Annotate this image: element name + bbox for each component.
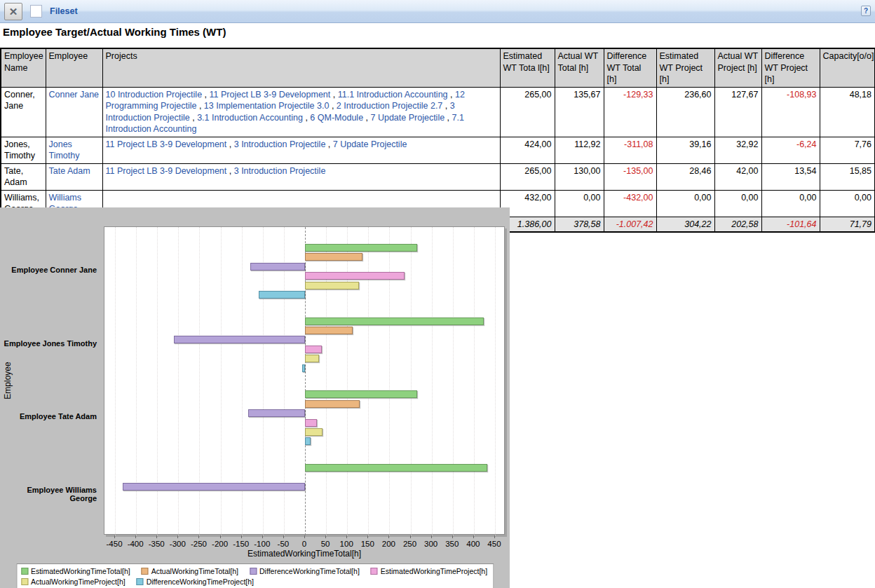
legend-swatch <box>137 578 144 585</box>
project-separator: , <box>445 113 452 123</box>
titlebar-title: Fileset <box>50 6 78 16</box>
x-tick-label: 450 <box>477 540 512 548</box>
chart-panel: Employee EstimatedWorkingTimeTotal[h] Es… <box>0 207 510 588</box>
value-cell: -129,33 <box>604 87 656 137</box>
legend-row: ActualWorkingTimeProject[h]DifferenceWor… <box>21 576 489 587</box>
project-link[interactable]: 13 Implementation Projectile 3.0 <box>204 101 330 111</box>
project-link[interactable]: 7 Update Projectile <box>333 139 407 149</box>
project-link[interactable]: 3.1 Introduction Accounting <box>197 113 303 123</box>
column-header: Actual WT Project [h] <box>714 48 761 87</box>
grid-line <box>411 227 412 535</box>
chart-bar <box>302 364 305 372</box>
column-header: Difference WT Total [h] <box>604 48 656 87</box>
employee-link[interactable]: Jones Timothy <box>49 139 80 161</box>
employee-name-cell: Conner, Jane <box>1 87 46 137</box>
project-separator: , <box>329 101 336 111</box>
project-link[interactable]: 11 Project LB 3-9 Development <box>106 166 227 176</box>
value-cell: 0,00 <box>656 190 714 217</box>
total-value-cell: -101,64 <box>761 217 820 232</box>
chart-bar <box>305 317 484 325</box>
legend-label: DifferenceWorkingTimeTotal[h] <box>259 567 360 575</box>
project-separator: , <box>363 113 370 123</box>
chart-bar <box>174 336 305 343</box>
legend-swatch <box>142 568 149 575</box>
legend-label: EstimatedWorkingTimeProject[h] <box>381 567 487 575</box>
value-cell: 265,00 <box>500 163 555 190</box>
value-cell: 28,46 <box>656 163 714 190</box>
grid-line <box>453 227 454 535</box>
category-label: Employee Conner Jane <box>0 266 97 274</box>
project-link[interactable]: 10 Introduction Projectile <box>106 90 203 100</box>
employee-link[interactable]: Tate Adam <box>49 166 90 176</box>
category-label: Employee Williams George <box>0 486 97 502</box>
axis-tick <box>177 535 178 538</box>
column-header: Capacity[o/o] <box>820 48 875 87</box>
axis-tick <box>135 535 136 538</box>
table-row: Conner, JaneConner Jane10 Introduction P… <box>1 87 875 137</box>
value-cell: -432,00 <box>604 190 656 217</box>
chart-bar <box>305 272 405 280</box>
grid-line <box>495 227 496 535</box>
legend-label: EstimatedWorkingTimeTotal[h] <box>31 567 130 575</box>
project-link[interactable]: 11.1 Introduction Accounting <box>338 90 448 100</box>
chart-bar <box>305 346 322 353</box>
grid-line <box>474 227 475 535</box>
legend-label: ActualWorkingTimeTotal[h] <box>151 567 238 575</box>
help-button[interactable]: ? <box>861 6 871 16</box>
close-icon: ✕ <box>9 6 18 17</box>
legend-row: EstimatedWorkingTimeTotal[h]ActualWorkin… <box>21 566 489 576</box>
category-label: Employee Jones Timothy <box>0 339 97 348</box>
project-link[interactable]: 11 Project LB 3-9 Development <box>210 90 331 100</box>
employee-link-cell: Conner Jane <box>46 87 102 137</box>
axis-tick <box>494 535 495 538</box>
projects-cell: 11 Project LB 3-9 Development , 3 Introd… <box>102 137 500 163</box>
value-cell: 0,00 <box>761 190 820 217</box>
value-cell: 130,00 <box>555 163 604 190</box>
category-label: Employee Tate Adam <box>0 412 97 421</box>
chart-bar <box>248 409 305 417</box>
table-row: Jones, TimothyJones Timothy11 Project LB… <box>1 137 875 163</box>
axis-tick <box>473 535 474 538</box>
chart-bar <box>250 263 305 271</box>
employee-name-cell: Tate, Adam <box>1 163 46 190</box>
project-separator: , <box>202 90 209 100</box>
axis-tick <box>156 535 157 538</box>
legend-item: DifferenceWorkingTimeProject[h] <box>137 577 254 586</box>
project-separator: , <box>325 139 332 149</box>
fileset-checkbox[interactable] <box>30 5 42 18</box>
table-row: Tate, AdamTate Adam11 Project LB 3-9 Dev… <box>1 163 875 190</box>
employee-link[interactable]: Conner Jane <box>49 90 100 100</box>
project-link[interactable]: 11 Project LB 3-9 Development <box>106 139 227 149</box>
chart-plot-area <box>104 226 505 535</box>
value-cell: 42,00 <box>714 163 761 190</box>
project-link[interactable]: 3 Introduction Projectile <box>234 166 326 176</box>
chart-bar <box>259 291 305 299</box>
column-header: Employee <box>46 48 102 87</box>
axis-tick <box>325 535 326 538</box>
window-titlebar: ✕ Fileset ? <box>0 0 875 23</box>
employee-link-cell: Tate Adam <box>46 163 102 190</box>
chart-bar <box>305 400 360 408</box>
chart-bar <box>305 355 319 362</box>
value-cell: 236,60 <box>656 87 714 137</box>
column-header: Difference WT Project [h] <box>761 48 820 87</box>
legend-swatch <box>21 568 28 575</box>
axis-tick <box>220 535 221 538</box>
project-link[interactable]: 2 Introduction Projectile 2.7 <box>337 101 442 111</box>
value-cell: 265,00 <box>500 87 555 137</box>
project-separator: , <box>226 166 233 176</box>
project-link[interactable]: 7 Update Projectile <box>371 113 445 123</box>
project-separator: , <box>303 113 310 123</box>
axis-tick <box>410 535 411 538</box>
project-link[interactable]: 3 Introduction Projectile <box>234 139 326 149</box>
column-header: Projects <box>102 48 500 87</box>
employee-name-cell: Jones, Timothy <box>1 137 46 163</box>
axis-tick <box>262 535 263 538</box>
axis-tick <box>388 535 389 538</box>
chart-bar <box>305 428 323 436</box>
legend-swatch <box>371 568 378 575</box>
value-cell: 48,18 <box>820 87 875 137</box>
column-header: Employee Name <box>1 48 46 87</box>
close-button[interactable]: ✕ <box>4 3 22 20</box>
project-link[interactable]: 6 QM-Module <box>310 113 363 123</box>
